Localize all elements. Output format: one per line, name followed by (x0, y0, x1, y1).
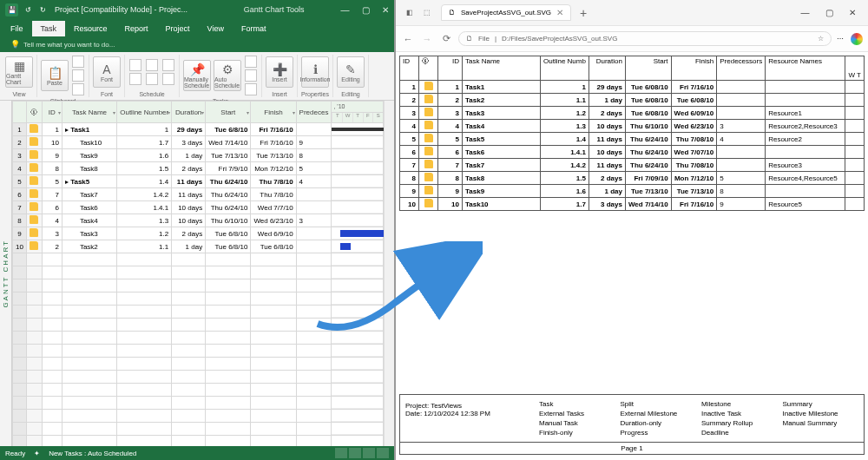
row-header[interactable]: 6 (13, 188, 27, 201)
menu-view[interactable]: View (199, 21, 233, 36)
cell-id[interactable]: 2 (42, 240, 62, 253)
cell-outline[interactable]: 1.4.1 (117, 201, 172, 214)
cell-pred[interactable]: 5 (296, 162, 332, 175)
empty-row[interactable] (13, 410, 384, 423)
copilot-icon[interactable] (851, 33, 863, 45)
empty-row[interactable] (13, 397, 384, 410)
cut-icon[interactable] (72, 56, 84, 68)
row-header[interactable]: 7 (13, 201, 27, 214)
cell-id[interactable]: 6 (42, 201, 62, 214)
cell-task[interactable]: Task9 (62, 149, 116, 162)
cell-pred[interactable]: 8 (296, 149, 332, 162)
insert-button[interactable]: ➕Insert (266, 56, 293, 88)
cell-id[interactable]: 8 (42, 162, 62, 175)
minimize-icon[interactable]: — (341, 5, 350, 15)
cell-task[interactable]: ▸ Task1 (62, 123, 116, 136)
col-duration[interactable]: Duration▾ (172, 102, 206, 123)
cell-finish[interactable]: Fri 7/16/10 (251, 136, 296, 149)
cell-id[interactable]: 1 (42, 123, 62, 136)
cell-pred[interactable] (296, 201, 332, 214)
cell-id[interactable]: 7 (42, 188, 62, 201)
task-row[interactable]: 2 10 Task10 1.7 3 days Wed 7/14/10 Fri 7… (13, 136, 384, 149)
back-icon[interactable]: ← (401, 32, 415, 46)
menu-resource[interactable]: Resource (65, 21, 116, 36)
br-close-icon[interactable]: ✕ (849, 8, 856, 17)
cell-start[interactable]: Thu 6/24/10 (206, 175, 251, 188)
cell-outline[interactable]: 1.3 (117, 214, 172, 227)
br-maximize-icon[interactable]: ▢ (825, 8, 833, 17)
browser-home-icon[interactable]: ◧ (404, 7, 416, 19)
cell-task[interactable]: Task2 (62, 240, 116, 253)
col-finish[interactable]: Finish▾ (251, 102, 296, 123)
task-row[interactable]: 5 5 ▸ Task5 1.4 11 days Thu 6/24/10 Thu … (13, 175, 384, 188)
respect-icon[interactable] (162, 59, 174, 71)
paste-button[interactable]: 📋Paste (41, 60, 69, 91)
empty-row[interactable] (13, 306, 384, 319)
cell-pred[interactable] (296, 123, 332, 136)
favorite-icon[interactable]: ☆ (818, 35, 824, 43)
cell-task[interactable]: Task10 (62, 136, 116, 149)
col-outline[interactable]: Outline Number▾ (117, 102, 172, 123)
empty-row[interactable] (13, 423, 384, 436)
menu-icon[interactable]: ⋯ (837, 35, 844, 43)
task-row[interactable]: 7 6 Task6 1.4.1 10 days Thu 6/24/10 Wed … (13, 201, 384, 214)
forward-icon[interactable]: → (420, 32, 434, 46)
empty-row[interactable] (13, 319, 384, 332)
gantt-bar[interactable] (340, 243, 351, 250)
browser-workspace-icon[interactable]: ⬚ (421, 7, 433, 19)
cell-start[interactable]: Fri 7/9/10 (206, 162, 251, 175)
cell-finish[interactable]: Wed 6/23/10 (251, 214, 296, 227)
menu-project[interactable]: Project (157, 21, 199, 36)
empty-row[interactable] (13, 345, 384, 358)
gantt-bar[interactable] (332, 128, 384, 131)
unlink-icon[interactable] (146, 73, 158, 85)
pct25-icon[interactable] (129, 73, 141, 85)
cell-outline[interactable]: 1.5 (117, 162, 172, 175)
cell-pred[interactable] (296, 188, 332, 201)
task-row[interactable]: 6 7 Task7 1.4.2 11 days Thu 6/24/10 Thu … (13, 188, 384, 201)
col-info[interactable]: 🛈 (26, 102, 42, 123)
gantt-chart-button[interactable]: ▦Gantt Chart (5, 56, 33, 88)
inactivate-icon[interactable] (162, 73, 174, 85)
cell-finish[interactable]: Mon 7/12/10 (251, 162, 296, 175)
cell-id[interactable]: 9 (42, 149, 62, 162)
row-header[interactable]: 2 (13, 136, 27, 149)
cell-finish[interactable]: Thu 7/8/10 (251, 175, 296, 188)
pct0-icon[interactable] (129, 59, 141, 71)
cell-start[interactable]: Thu 6/24/10 (206, 201, 251, 214)
cell-id[interactable]: 4 (42, 214, 62, 227)
row-header[interactable]: 4 (13, 162, 27, 175)
cell-id[interactable]: 5 (42, 175, 62, 188)
tab-close-icon[interactable]: ✕ (556, 8, 563, 17)
cell-dur[interactable]: 2 days (172, 162, 206, 175)
cell-finish[interactable]: Tue 7/13/10 (251, 149, 296, 162)
address-bar[interactable]: 🗋 File | D:/Files/SaveProjectAsSVG_out.S… (458, 31, 832, 46)
empty-row[interactable] (13, 436, 384, 447)
auto-schedule-button[interactable]: ⚙Auto Schedule (214, 60, 241, 91)
cell-start[interactable]: Tue 6/8/10 (206, 240, 251, 253)
cell-start[interactable]: Tue 6/8/10 (206, 123, 251, 136)
menu-format[interactable]: Format (233, 21, 275, 36)
cell-finish[interactable]: Thu 7/8/10 (251, 188, 296, 201)
cell-pred[interactable] (296, 227, 332, 240)
cell-start[interactable]: Tue 6/8/10 (206, 227, 251, 240)
move-icon[interactable] (245, 69, 257, 82)
view-btn-3[interactable] (363, 448, 375, 458)
empty-row[interactable] (13, 371, 384, 384)
cell-outline[interactable]: 1 (117, 123, 172, 136)
link-icon[interactable] (146, 59, 158, 71)
cell-pred[interactable]: 4 (296, 175, 332, 188)
cell-task[interactable]: Task4 (62, 214, 116, 227)
col-pred[interactable]: Predeces (296, 102, 332, 123)
row-header[interactable]: 3 (13, 149, 27, 162)
save-icon[interactable]: 💾 (5, 3, 18, 16)
task-row[interactable]: 8 4 Task4 1.3 10 days Thu 6/10/10 Wed 6/… (13, 214, 384, 227)
empty-row[interactable] (13, 332, 384, 345)
cell-outline[interactable]: 1.6 (117, 149, 172, 162)
cell-finish[interactable]: Wed 7/7/10 (251, 201, 296, 214)
empty-row[interactable] (13, 384, 384, 397)
editing-button[interactable]: ✎Editing (337, 56, 365, 88)
task-row[interactable]: 3 9 Task9 1.6 1 day Tue 7/13/10 Tue 7/13… (13, 149, 384, 162)
cell-id[interactable]: 10 (42, 136, 62, 149)
copy-icon[interactable] (72, 69, 84, 82)
